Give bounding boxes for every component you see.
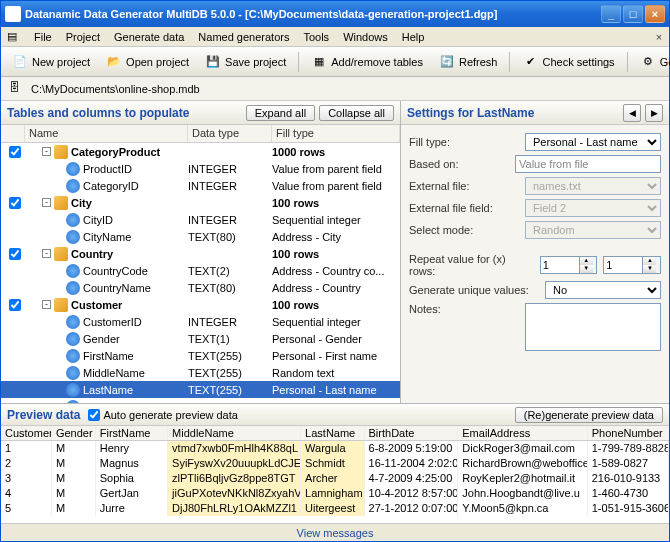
- unique-label: Generate unique values:: [409, 284, 539, 296]
- generate-test-data-button[interactable]: ⚙Generate test data▼: [633, 50, 670, 74]
- basedon-field: [515, 155, 661, 173]
- include-checkbox[interactable]: [9, 146, 21, 158]
- open-project-button[interactable]: 📂Open project: [99, 50, 196, 74]
- expand-icon[interactable]: -: [42, 198, 51, 207]
- preview-col-firstname[interactable]: FirstName: [96, 426, 168, 440]
- statusbar[interactable]: View messages: [1, 523, 669, 541]
- menu-generate-data[interactable]: Generate data: [107, 29, 191, 45]
- preview-col-gender[interactable]: Gender: [52, 426, 96, 440]
- table-row[interactable]: -City100 rows: [1, 194, 400, 211]
- column-row[interactable]: CityNameTEXT(80)Address - City: [1, 228, 400, 245]
- menu-windows[interactable]: Windows: [336, 29, 395, 45]
- column-icon: [66, 366, 80, 380]
- preview-col-middlename[interactable]: MiddleName: [168, 426, 301, 440]
- expand-icon[interactable]: -: [42, 147, 51, 156]
- column-row[interactable]: LastNameTEXT(255)Personal - Last name: [1, 381, 400, 398]
- save-project-icon: 💾: [205, 54, 221, 70]
- preview-col-phonenumber[interactable]: PhoneNumber: [588, 426, 669, 440]
- table-icon: [54, 145, 68, 159]
- preview-col-birthdate[interactable]: BirthDate: [365, 426, 459, 440]
- extfile-select: names.txt: [525, 177, 661, 195]
- table-row[interactable]: -CategoryProduct1000 rows: [1, 143, 400, 160]
- menu-file[interactable]: File: [27, 29, 59, 45]
- refresh-button[interactable]: 🔄Refresh: [432, 50, 505, 74]
- preview-title: Preview data: [7, 408, 80, 422]
- column-row[interactable]: CountryNameTEXT(80)Address - Country: [1, 279, 400, 296]
- next-field-button[interactable]: ▶: [645, 104, 663, 122]
- col-datatype[interactable]: Data type: [188, 125, 272, 142]
- column-row[interactable]: ProductIDINTEGERValue from parent field: [1, 160, 400, 177]
- close-button[interactable]: ×: [645, 5, 665, 23]
- prev-field-button[interactable]: ◀: [623, 104, 641, 122]
- include-checkbox[interactable]: [9, 299, 21, 311]
- table-icon: [54, 298, 68, 312]
- expand-icon[interactable]: -: [42, 300, 51, 309]
- preview-col-customerid[interactable]: CustomerID: [1, 426, 52, 440]
- preview-col-emailaddress[interactable]: EmailAddress: [458, 426, 587, 440]
- preview-row[interactable]: 5MJurreDjJ80FhLRLy1OAkMZZl1Uitergeest27-…: [1, 501, 669, 516]
- mdi-close-icon[interactable]: ×: [651, 29, 667, 45]
- repeat-to-spinner[interactable]: ▲▼: [603, 256, 661, 274]
- database-icon: 🗄: [9, 81, 25, 97]
- column-row[interactable]: MiddleNameTEXT(255)Random text: [1, 364, 400, 381]
- check-settings-button[interactable]: ✔Check settings: [515, 50, 621, 74]
- toolbar: 📄New project📂Open project💾Save project▦A…: [1, 47, 669, 77]
- unique-select[interactable]: No: [545, 281, 661, 299]
- table-row[interactable]: -Country100 rows: [1, 245, 400, 262]
- notes-textarea[interactable]: [525, 303, 661, 351]
- include-checkbox[interactable]: [9, 248, 21, 260]
- settings-title: Settings for LastName: [407, 106, 534, 120]
- col-filltype[interactable]: Fill type: [272, 125, 400, 142]
- column-row[interactable]: CityIDINTEGERSequential integer: [1, 211, 400, 228]
- menubar: ▤ FileProjectGenerate dataNamed generato…: [1, 27, 669, 47]
- table-icon: [54, 247, 68, 261]
- menu-tools[interactable]: Tools: [296, 29, 336, 45]
- tables-tree[interactable]: -CategoryProduct1000 rowsProductIDINTEGE…: [1, 143, 400, 403]
- filltype-select[interactable]: Personal - Last name: [525, 133, 661, 151]
- column-row[interactable]: CountryCodeTEXT(2)Address - Country co..…: [1, 262, 400, 279]
- refresh-icon: 🔄: [439, 54, 455, 70]
- regenerate-button[interactable]: (Re)generate preview data: [515, 407, 663, 423]
- extfield-select: Field 2: [525, 199, 661, 217]
- add-remove-tables-button[interactable]: ▦Add/remove tables: [304, 50, 430, 74]
- filltype-label: Fill type:: [409, 136, 519, 148]
- col-name[interactable]: Name: [25, 125, 188, 142]
- tables-pane-title: Tables and columns to populate: [7, 106, 189, 120]
- maximize-button[interactable]: □: [623, 5, 643, 23]
- app-icon: [5, 6, 21, 22]
- preview-row[interactable]: 2MMagnusSyiFyswXv20uuupkLdCJESchmidt16-1…: [1, 456, 669, 471]
- preview-row[interactable]: 1MHenryvtmd7xwb0FmHlh4K88qLWargula6-8-20…: [1, 441, 669, 456]
- preview-row[interactable]: 4MGertJanjiGuPXotevNKkNl8ZxyahVLamnigham…: [1, 486, 669, 501]
- column-row[interactable]: CustomerIDINTEGERSequential integer: [1, 313, 400, 330]
- auto-preview-checkbox[interactable]: Auto generate preview data: [88, 409, 238, 421]
- expand-all-button[interactable]: Expand all: [246, 105, 315, 121]
- menu-help[interactable]: Help: [395, 29, 432, 45]
- expand-icon[interactable]: -: [42, 249, 51, 258]
- column-row[interactable]: GenderTEXT(1)Personal - Gender: [1, 330, 400, 347]
- repeat-from-spinner[interactable]: ▲▼: [540, 256, 598, 274]
- save-project-button[interactable]: 💾Save project: [198, 50, 293, 74]
- column-row[interactable]: FirstNameTEXT(255)Personal - First name: [1, 347, 400, 364]
- minimize-button[interactable]: _: [601, 5, 621, 23]
- database-path: C:\MyDocuments\online-shop.mdb: [31, 83, 200, 95]
- menu-project[interactable]: Project: [59, 29, 107, 45]
- column-icon: [66, 162, 80, 176]
- check-settings-icon: ✔: [522, 54, 538, 70]
- new-project-button[interactable]: 📄New project: [5, 50, 97, 74]
- table-row[interactable]: -Customer100 rows: [1, 296, 400, 313]
- generate-test-data-icon: ⚙: [640, 54, 656, 70]
- app-small-icon: ▤: [7, 30, 23, 43]
- table-icon: [54, 196, 68, 210]
- preview-col-lastname[interactable]: LastName: [301, 426, 364, 440]
- new-project-icon: 📄: [12, 54, 28, 70]
- column-row[interactable]: CategoryIDINTEGERValue from parent field: [1, 177, 400, 194]
- selectmode-label: Select mode:: [409, 224, 519, 236]
- column-icon: [66, 315, 80, 329]
- collapse-all-button[interactable]: Collapse all: [319, 105, 394, 121]
- pathbar: 🗄 C:\MyDocuments\online-shop.mdb: [1, 77, 669, 101]
- preview-row[interactable]: 3MSophiazlPTli6BqljvGz8ppe8TGTArcher4-7-…: [1, 471, 669, 486]
- include-checkbox[interactable]: [9, 197, 21, 209]
- notes-label: Notes:: [409, 303, 519, 315]
- preview-grid[interactable]: CustomerIDGenderFirstNameMiddleNameLastN…: [1, 426, 669, 523]
- menu-named-generators[interactable]: Named generators: [191, 29, 296, 45]
